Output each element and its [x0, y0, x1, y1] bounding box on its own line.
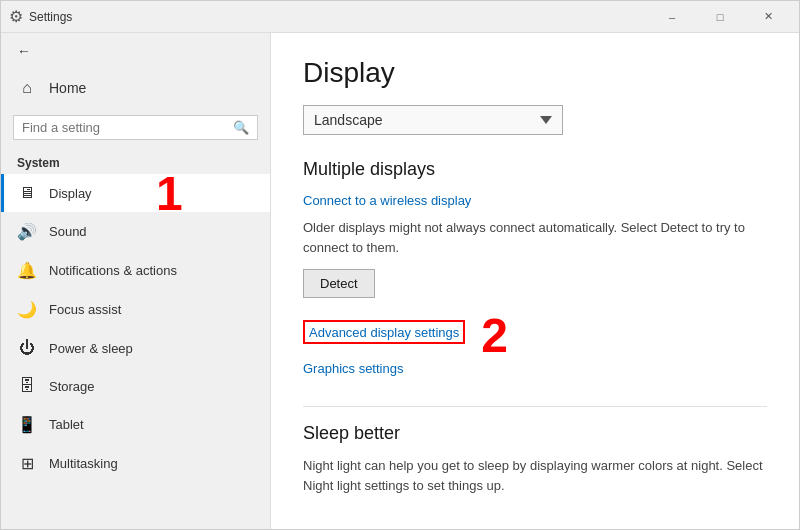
- sleep-better-info: Night light can help you get to sleep by…: [303, 456, 767, 495]
- sidebar-item-label: Power & sleep: [49, 341, 133, 356]
- multitasking-icon: ⊞: [17, 454, 37, 473]
- power-icon: ⏻: [17, 339, 37, 357]
- sidebar-item-label: Focus assist: [49, 302, 121, 317]
- sidebar-item-sound[interactable]: 🔊 Sound: [1, 212, 270, 251]
- sidebar-item-display[interactable]: 🖥 Display: [1, 174, 270, 212]
- sidebar-item-label: Tablet: [49, 417, 84, 432]
- sidebar-item-notifications[interactable]: 🔔 Notifications & actions: [1, 251, 270, 290]
- orientation-dropdown-wrapper: Landscape Portrait Landscape (flipped) P…: [303, 105, 767, 135]
- close-button[interactable]: ✕: [745, 1, 791, 33]
- home-label: Home: [49, 80, 86, 96]
- section-divider: [303, 406, 767, 407]
- sidebar-item-label: Storage: [49, 379, 95, 394]
- advanced-display-settings-box: Advanced display settings: [303, 320, 465, 344]
- sidebar-item-multitasking[interactable]: ⊞ Multitasking: [1, 444, 270, 483]
- section-label: System: [1, 148, 270, 174]
- tablet-icon: 📱: [17, 415, 37, 434]
- main-content: Display Landscape Portrait Landscape (fl…: [271, 33, 799, 529]
- back-arrow-icon: ←: [17, 43, 31, 59]
- window-controls: – □ ✕: [649, 1, 791, 33]
- detect-button[interactable]: Detect: [303, 269, 375, 298]
- badge-2: 2: [481, 312, 508, 360]
- storage-icon: 🗄: [17, 377, 37, 395]
- sidebar-item-home[interactable]: ⌂ Home: [1, 69, 270, 107]
- display-icon: 🖥: [17, 184, 37, 202]
- page-title: Display: [303, 57, 767, 89]
- sidebar-item-storage[interactable]: 🗄 Storage: [1, 367, 270, 405]
- sound-icon: 🔊: [17, 222, 37, 241]
- search-input[interactable]: [22, 120, 233, 135]
- content-area: ← ⌂ Home 🔍 System 🖥 Display 1 🔊: [1, 33, 799, 529]
- settings-icon: ⚙: [9, 7, 23, 26]
- home-icon: ⌂: [17, 79, 37, 97]
- sidebar-item-label: Multitasking: [49, 456, 118, 471]
- back-button[interactable]: ←: [1, 33, 270, 69]
- sidebar-item-focus[interactable]: 🌙 Focus assist: [1, 290, 270, 329]
- sidebar-item-power[interactable]: ⏻ Power & sleep: [1, 329, 270, 367]
- sleep-better-heading: Sleep better: [303, 423, 767, 444]
- multiple-displays-info: Older displays might not always connect …: [303, 218, 767, 257]
- graphics-settings-link[interactable]: Graphics settings: [303, 361, 403, 376]
- graphics-link-wrapper: Graphics settings: [303, 360, 767, 386]
- sidebar-item-label: Display: [49, 186, 92, 201]
- maximize-button[interactable]: □: [697, 1, 743, 33]
- sidebar: ← ⌂ Home 🔍 System 🖥 Display 1 🔊: [1, 33, 271, 529]
- settings-window: ⚙ Settings – □ ✕ ← ⌂ Home 🔍 System: [0, 0, 800, 530]
- orientation-dropdown[interactable]: Landscape Portrait Landscape (flipped) P…: [303, 105, 563, 135]
- minimize-button[interactable]: –: [649, 1, 695, 33]
- multiple-displays-heading: Multiple displays: [303, 159, 767, 180]
- sidebar-item-label: Notifications & actions: [49, 263, 177, 278]
- sidebar-item-tablet[interactable]: 📱 Tablet: [1, 405, 270, 444]
- search-box[interactable]: 🔍: [13, 115, 258, 140]
- title-bar: ⚙ Settings – □ ✕: [1, 1, 799, 33]
- search-icon: 🔍: [233, 120, 249, 135]
- connect-wireless-link[interactable]: Connect to a wireless display: [303, 193, 471, 208]
- notifications-icon: 🔔: [17, 261, 37, 280]
- sidebar-item-label: Sound: [49, 224, 87, 239]
- focus-icon: 🌙: [17, 300, 37, 319]
- window-title: Settings: [29, 10, 649, 24]
- advanced-display-link[interactable]: Advanced display settings: [309, 325, 459, 340]
